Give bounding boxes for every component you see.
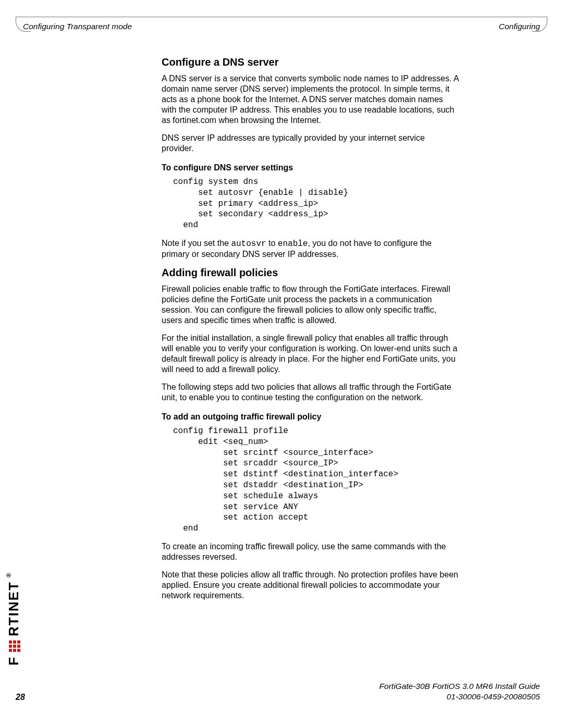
logo-letter: F xyxy=(6,656,22,665)
subheading-outgoing-policy: To add an outgoing traffic firewall poli… xyxy=(162,412,459,422)
logo-grid-icon xyxy=(9,640,20,652)
footer-guide: FortiGate-30B FortiOS 3.0 MR6 Install Gu… xyxy=(380,681,540,702)
page: Configuring Transparent mode Configuring… xyxy=(0,0,563,728)
paragraph: Firewall policies enable traffic to flow… xyxy=(162,284,459,326)
paragraph: Note that these policies allow all traff… xyxy=(162,570,459,601)
page-number: 28 xyxy=(16,693,25,702)
heading-firewall-policies: Adding firewall policies xyxy=(162,267,459,279)
fortinet-logo: F RTINET ® xyxy=(22,540,43,665)
header-left-text: Configuring Transparent mode xyxy=(23,22,132,31)
code-block-dns: config system dns set autosvr {enable | … xyxy=(173,177,459,231)
inline-code: enable xyxy=(278,239,308,249)
paragraph-note: Note if you set the autosvr to enable, y… xyxy=(162,238,459,260)
registered-icon: ® xyxy=(5,572,13,577)
content-column: Configure a DNS server A DNS server is a… xyxy=(162,56,459,608)
header-right-text: Configuring xyxy=(499,22,540,31)
fortinet-logo-text: F RTINET ® xyxy=(6,572,22,665)
footer-line1: FortiGate-30B FortiOS 3.0 MR6 Install Gu… xyxy=(380,681,540,692)
code-block-firewall: config firewall profile edit <seq_num> s… xyxy=(173,426,459,534)
paragraph: The following steps add two policies tha… xyxy=(162,382,459,403)
text: Note if you set the xyxy=(162,239,231,248)
footer-line2: 01-30006-0459-20080505 xyxy=(380,692,540,702)
paragraph: To create an incoming traffic firewall p… xyxy=(162,541,459,562)
inline-code: autosvr xyxy=(231,239,266,249)
subheading-dns-settings: To configure DNS server settings xyxy=(162,163,459,172)
paragraph: DNS server IP addresses are typically pr… xyxy=(162,133,459,154)
logo-letters: RTINET xyxy=(6,581,22,636)
paragraph: A DNS server is a service that converts … xyxy=(162,73,459,126)
text: to xyxy=(266,239,278,248)
paragraph: For the initial installation, a single f… xyxy=(162,333,459,375)
heading-configure-dns: Configure a DNS server xyxy=(162,56,459,68)
